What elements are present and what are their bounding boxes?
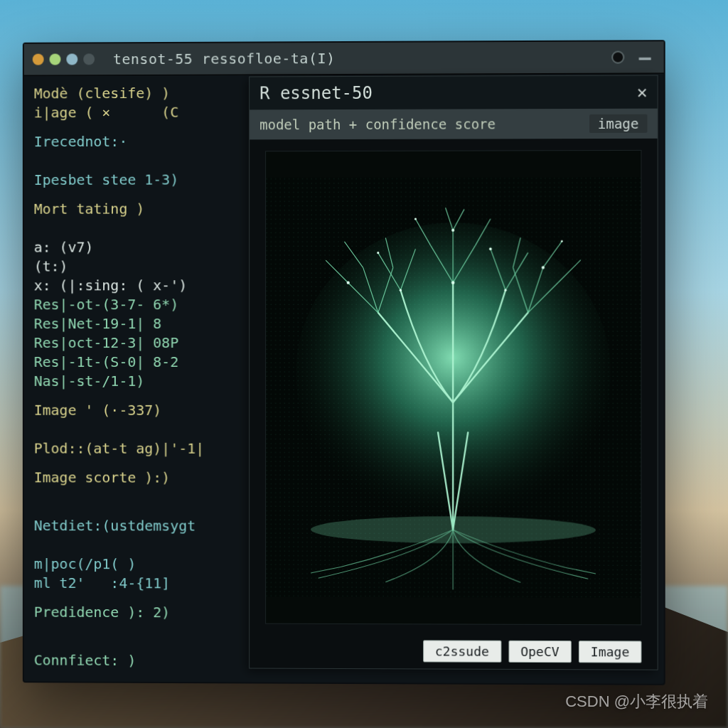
term-line: Image scorte ):) [34, 468, 253, 487]
panel-tabs: model path + confidence score image [250, 109, 657, 140]
term-line: Mort tating ) [34, 199, 253, 219]
term-line: Modè (clesife) ) [34, 85, 170, 102]
term-line: Predidence ): 2) [34, 603, 253, 623]
term-line: (t:) [34, 257, 68, 274]
traffic-min[interactable] [50, 54, 61, 65]
panel-title-text: R essnet-50 [259, 83, 373, 104]
image-viewer-panel: R essnet-50 ✕ model path + confidence sc… [249, 75, 658, 670]
svg-point-12 [414, 218, 417, 220]
term-line: Image ' (·-337) [34, 401, 253, 420]
window-titlebar[interactable]: tensot-55 ressofloe-ta(I) — [24, 41, 664, 75]
svg-point-11 [451, 281, 455, 284]
panel-footer: c2ssude OpeCV Image [250, 633, 657, 670]
term-line: ml t2' :4-{11] [34, 574, 170, 592]
traffic-max[interactable] [66, 53, 77, 65]
watermark-text: CSDN @小李很执着 [565, 691, 708, 712]
window-title: tensot-55 ressofloe-ta(I) [113, 49, 604, 68]
traffic-extra [83, 53, 95, 65]
term-line: m|poc(/p1( ) [34, 555, 136, 572]
term-line: x: (|:sing: ( x-') [34, 277, 187, 294]
svg-point-9 [400, 289, 402, 291]
term-line: Connfiect: ) [34, 651, 253, 670]
svg-point-4 [347, 282, 350, 284]
window-body: Modè (clesife) ) i|age ( × (C Irecednot:… [24, 73, 664, 683]
term-line: Irecednot:· [34, 132, 253, 151]
neural-tree-image [266, 151, 641, 624]
image-preview [265, 150, 641, 625]
term-line: Res|oct-12-3| 08P [34, 334, 178, 351]
svg-point-10 [504, 289, 506, 291]
image-button[interactable]: Image [579, 641, 642, 663]
svg-point-6 [451, 229, 454, 232]
minimize-icon[interactable]: — [639, 46, 651, 69]
term-line: Res|Net-19-1| 8 [34, 315, 162, 332]
svg-point-5 [377, 252, 379, 254]
close-icon[interactable]: ✕ [637, 82, 648, 102]
svg-point-13 [561, 240, 563, 242]
traffic-close[interactable] [33, 54, 44, 65]
term-line: i|age ( × (C [34, 104, 178, 122]
ssude-button[interactable]: c2ssude [423, 640, 501, 662]
panel-titlebar[interactable]: R essnet-50 ✕ [250, 75, 657, 109]
svg-point-7 [489, 247, 492, 250]
svg-point-8 [542, 266, 545, 269]
traffic-lights [33, 53, 95, 65]
tab-model-path[interactable]: model path + confidence score [259, 116, 496, 132]
title-dot-icon [611, 50, 624, 63]
terminal-output[interactable]: Modè (clesife) ) i|age ( × (C Irecednot:… [24, 75, 260, 682]
term-line: Netdiet:(ustdemsygt [34, 516, 253, 536]
term-line: a: (v7) [34, 239, 94, 256]
term-line: Res|-1t-(S-0| 8-2 [34, 353, 178, 370]
term-line: Plod::(at-t ag)|'-1| [34, 440, 204, 457]
term-line: Res|-ot-(3-7- 6*) [34, 296, 178, 313]
tab-image[interactable]: image [589, 114, 648, 133]
term-line: Ipesbet stee 1-3) [34, 171, 178, 188]
term-line: Nas|-st-/1-1) [34, 373, 145, 390]
opencv-button[interactable]: OpeCV [508, 640, 572, 662]
terminal-window: tensot-55 ressofloe-ta(I) — Modè (clesif… [23, 40, 665, 685]
